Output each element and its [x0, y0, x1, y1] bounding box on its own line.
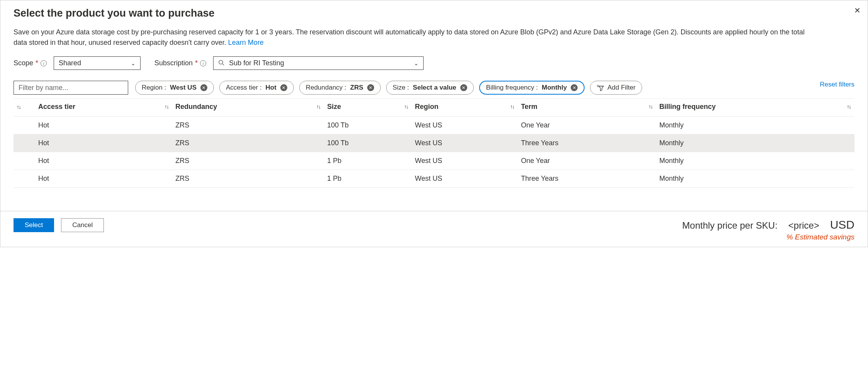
cell-region: West US — [412, 152, 518, 170]
add-filter-pill[interactable]: +Add Filter — [590, 81, 642, 95]
cell-billing: Monthly — [656, 170, 855, 188]
clear-icon[interactable]: ✕ — [280, 84, 287, 91]
table-row[interactable]: HotZRS100 TbWest USOne YearMonthly — [14, 117, 854, 134]
required-asterisk: * — [36, 59, 38, 67]
scope-select[interactable]: Shared ⌄ — [54, 56, 141, 70]
product-table: ↑↓ Access tier↑↓ Redundancy↑↓ Size↑↓ Reg… — [14, 98, 854, 188]
clear-icon[interactable]: ✕ — [460, 84, 467, 91]
cell-term: Three Years — [518, 170, 656, 188]
add-filter-label: Add Filter — [607, 84, 636, 92]
table-row[interactable]: HotZRS100 TbWest USThree YearsMonthly — [14, 134, 854, 152]
chevron-down-icon: ⌄ — [131, 60, 136, 66]
page-title: Select the product you want to purchase — [14, 7, 854, 19]
row-leading — [14, 152, 35, 170]
clear-icon[interactable]: ✕ — [367, 84, 374, 91]
search-icon — [218, 59, 224, 67]
info-icon[interactable]: i — [200, 60, 206, 66]
filter-pill[interactable]: Redundancy : ZRS✕ — [299, 81, 381, 95]
filter-pills: Region : West US✕Access tier : Hot✕Redun… — [135, 81, 813, 95]
select-button[interactable]: Select — [14, 218, 54, 232]
price-value: <price> — [788, 220, 819, 231]
add-filter-icon: + — [597, 84, 604, 92]
cell-redundancy: ZRS — [172, 134, 324, 152]
col-region[interactable]: Region↑↓ — [412, 99, 518, 117]
col-size[interactable]: Size↑↓ — [324, 99, 412, 117]
filter-pill[interactable]: Access tier : Hot✕ — [219, 81, 294, 95]
footer: Select Cancel Monthly price per SKU: <pr… — [0, 211, 868, 247]
cell-redundancy: ZRS — [172, 170, 324, 188]
cell-region: West US — [412, 117, 518, 134]
sort-icon[interactable]: ↑↓ — [164, 104, 168, 110]
subscription-value: Sub for RI Testing — [229, 59, 284, 67]
info-icon[interactable]: i — [41, 60, 47, 66]
table-row[interactable]: HotZRS1 PbWest USThree YearsMonthly — [14, 170, 854, 188]
sort-icon[interactable]: ↑↓ — [847, 104, 851, 110]
pill-value: Select a value — [413, 84, 456, 92]
pill-label: Region : — [142, 84, 166, 92]
svg-point-0 — [219, 60, 223, 64]
cell-billing: Monthly — [656, 117, 855, 134]
close-icon[interactable]: ✕ — [854, 6, 861, 15]
estimated-savings: % Estimated savings — [682, 233, 854, 241]
table-body: HotZRS100 TbWest USOne YearMonthlyHotZRS… — [14, 117, 854, 188]
filter-pill[interactable]: Billing frequency : Monthly✕ — [479, 81, 585, 95]
pill-value: ZRS — [350, 84, 363, 92]
cancel-button[interactable]: Cancel — [61, 218, 104, 232]
col-label: Size — [327, 103, 341, 110]
purchase-panel: ✕ Select the product you want to purchas… — [0, 0, 868, 247]
pill-value: Hot — [266, 84, 276, 92]
col-label: Term — [521, 103, 537, 110]
col-label: Region — [415, 103, 438, 110]
scope-label-text: Scope — [14, 59, 33, 67]
row-leading — [14, 170, 35, 188]
required-asterisk: * — [195, 59, 198, 67]
sort-icon[interactable]: ↑↓ — [404, 104, 408, 110]
sort-icon[interactable]: ↑↓ — [649, 104, 653, 110]
sort-leading[interactable]: ↑↓ — [14, 99, 35, 117]
description-body: Save on your Azure data storage cost by … — [14, 28, 805, 46]
cell-region: West US — [412, 134, 518, 152]
panel-content: Select the product you want to purchase … — [0, 0, 868, 188]
form-row: Scope * i Shared ⌄ Subscription * i Sub … — [14, 56, 854, 70]
clear-icon[interactable]: ✕ — [200, 84, 207, 91]
scope-value: Shared — [59, 59, 81, 67]
cell-redundancy: ZRS — [172, 117, 324, 134]
filter-by-name-input[interactable] — [14, 81, 128, 95]
cell-size: 1 Pb — [324, 152, 412, 170]
cell-billing: Monthly — [656, 134, 855, 152]
subscription-label: Subscription * i — [154, 59, 206, 67]
cell-size: 100 Tb — [324, 134, 412, 152]
cell-access-tier: Hot — [35, 117, 172, 134]
row-leading — [14, 117, 35, 134]
row-leading — [14, 134, 35, 152]
cell-size: 1 Pb — [324, 170, 412, 188]
pill-value: West US — [170, 84, 197, 92]
cell-size: 100 Tb — [324, 117, 412, 134]
description-text: Save on your Azure data storage cost by … — [14, 27, 812, 48]
col-billing[interactable]: Billing frequency↑↓ — [656, 99, 855, 117]
col-label: Access tier — [38, 103, 75, 110]
price-currency: USD — [830, 218, 854, 231]
clear-icon[interactable]: ✕ — [571, 84, 578, 91]
cell-access-tier: Hot — [35, 134, 172, 152]
table-row[interactable]: HotZRS1 PbWest USOne YearMonthly — [14, 152, 854, 170]
col-access-tier[interactable]: Access tier↑↓ — [35, 99, 172, 117]
col-label: Redundancy — [175, 103, 217, 110]
cell-term: Three Years — [518, 134, 656, 152]
scope-label: Scope * i — [14, 59, 47, 67]
learn-more-link[interactable]: Learn More — [228, 39, 264, 46]
sort-icon[interactable]: ↑↓ — [316, 104, 320, 110]
sort-icon[interactable]: ↑↓ — [17, 104, 20, 110]
cell-term: One Year — [518, 152, 656, 170]
svg-line-1 — [222, 64, 224, 65]
filter-pill[interactable]: Size : Select a value✕ — [386, 81, 474, 95]
reset-filters-link[interactable]: Reset filters — [820, 81, 854, 88]
col-term[interactable]: Term↑↓ — [518, 99, 656, 117]
subscription-select[interactable]: Sub for RI Testing ⌄ — [213, 56, 424, 70]
sort-icon[interactable]: ↑↓ — [510, 104, 514, 110]
filter-row: Region : West US✕Access tier : Hot✕Redun… — [14, 81, 854, 95]
filter-pill[interactable]: Region : West US✕ — [135, 81, 214, 95]
pill-label: Access tier : — [226, 84, 262, 92]
price-area: Monthly price per SKU: <price> USD % Est… — [682, 218, 854, 241]
col-redundancy[interactable]: Redundancy↑↓ — [172, 99, 324, 117]
